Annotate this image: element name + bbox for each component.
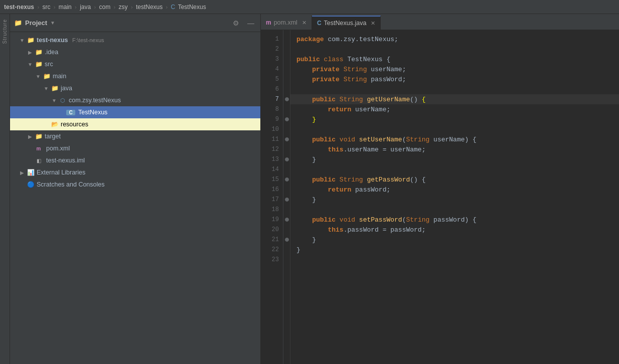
gutter-11 (283, 134, 290, 144)
sidebar-tree[interactable]: ▼ 📁 test-nexus F:\test-nexus ▶ 📁 .idea ▼ (10, 32, 260, 364)
gutter-6 (283, 84, 290, 94)
line-num-5: 5 (261, 74, 283, 84)
chevron-down-icon[interactable]: ▼ (50, 20, 55, 26)
arrow-target: ▶ (26, 134, 34, 139)
tree-label-target: target (45, 133, 256, 140)
editor-area: m pom.xml ✕ C TestNexus.java ✕ 1 2 3 4 5… (261, 14, 619, 364)
java-class-icon: C (66, 110, 75, 115)
folder-java-icon: 📁 (50, 85, 59, 92)
pom-tab-close[interactable]: ✕ (302, 20, 306, 26)
collapse-icon[interactable]: — (245, 18, 256, 28)
gutter-22 (283, 245, 290, 255)
code-line-16: return passWord; (290, 185, 619, 195)
tree-item-root[interactable]: ▼ 📁 test-nexus F:\test-nexus (10, 34, 260, 46)
code-line-1: package com.zsy.testNexus; (290, 34, 619, 44)
tree-item-external-libs[interactable]: ▶ 📊 External Libraries (10, 166, 260, 178)
line-num-10: 10 (261, 124, 283, 134)
code-line-11: public void setUserName(String userName)… (290, 134, 619, 144)
code-editor[interactable]: 1 2 3 4 5 6 7 8 9 10 11 12 13 14 15 16 1… (261, 30, 619, 364)
tree-item-java[interactable]: ▼ 📁 java (10, 82, 260, 94)
gutter-23 (283, 255, 290, 265)
code-line-9: } (290, 114, 619, 124)
code-line-15: public String getPassWord() { (290, 174, 619, 185)
folder-target-icon: 📁 (34, 133, 43, 140)
line-num-4: 4 (261, 64, 283, 74)
bc-main: main (59, 4, 72, 11)
tree-item-package[interactable]: ▼ ⬡ com.zsy.testNexus (10, 94, 260, 106)
bc-testNexus: testNexus (136, 4, 163, 11)
code-line-14 (290, 164, 619, 174)
gutter-10 (283, 124, 290, 134)
project-folder-icon: 📁 (14, 19, 22, 27)
arrow-idea: ▶ (26, 50, 34, 55)
gutter-2 (283, 44, 290, 54)
line-num-11: 11 (261, 134, 283, 144)
code-line-19: public void setPassWord(String passWord)… (290, 215, 619, 225)
bc-src: src (42, 4, 50, 11)
gutter-16 (283, 185, 290, 195)
tree-item-main[interactable]: ▼ 📁 main (10, 70, 260, 82)
folder-idea-icon: 📁 (34, 49, 43, 56)
code-line-22: } (290, 245, 619, 255)
tree-item-target[interactable]: ▶ 📁 target (10, 130, 260, 142)
tree-item-testnexus[interactable]: C TestNexus (10, 106, 260, 118)
tab-pom-xml[interactable]: m pom.xml ✕ (261, 16, 312, 30)
tree-item-idea[interactable]: ▶ 📁 .idea (10, 46, 260, 58)
code-line-2 (290, 44, 619, 54)
gutter-9 (283, 114, 290, 124)
gutter-17 (283, 195, 290, 205)
tree-item-resources[interactable]: 📂 resources (10, 118, 260, 130)
iml-icon: ◧ (34, 158, 43, 163)
bc-class: C (171, 4, 176, 11)
sidebar-header: 📁 Project ▼ ⚙ — (10, 14, 260, 32)
folder-icon: 📁 (26, 37, 35, 44)
code-line-18 (290, 205, 619, 215)
gutter-18 (283, 205, 290, 215)
code-line-20: this.passWord = passWord; (290, 225, 619, 235)
code-content[interactable]: package com.zsy.testNexus; public class … (290, 30, 619, 364)
line-num-16: 16 (261, 185, 283, 195)
sidebar-title-label: Project (25, 19, 47, 27)
pom-icon: m (34, 146, 43, 151)
code-line-10 (290, 124, 619, 134)
tab-testnexus-java[interactable]: C TestNexus.java ✕ (312, 16, 381, 30)
tree-label-scratches: Scratches and Consoles (37, 181, 256, 188)
title-bar: test-nexus › src › main › java › com › z… (0, 0, 619, 14)
arrow-main: ▼ (34, 74, 42, 79)
gutter-3 (283, 54, 290, 64)
code-line-7: public String getUserName() { (290, 94, 619, 104)
code-line-12: this.userName = userName; (290, 144, 619, 154)
tree-item-src[interactable]: ▼ 📁 src (10, 58, 260, 70)
tree-label-src: src (45, 61, 256, 68)
sidebar-title: 📁 Project ▼ (14, 19, 55, 27)
line-num-21: 21 (261, 235, 283, 245)
bc-zsy: zsy (119, 4, 128, 11)
line-num-7: 7 (261, 94, 283, 104)
tree-item-iml[interactable]: ◧ test-nexus.iml (10, 154, 260, 166)
settings-icon[interactable]: ⚙ (231, 18, 241, 28)
tree-item-scratches[interactable]: 🔵 Scratches and Consoles (10, 178, 260, 191)
bc-com: com (99, 4, 111, 11)
line-num-23: 23 (261, 255, 283, 265)
tree-item-pom[interactable]: m pom.xml (10, 142, 260, 154)
gutter-5 (283, 74, 290, 84)
gutter-19 (283, 215, 290, 225)
bc-classname: TestNexus (178, 4, 206, 11)
sidebar: 📁 Project ▼ ⚙ — ▼ 📁 test-nexus F:\test-n… (10, 14, 261, 364)
package-icon: ⬡ (58, 97, 67, 104)
sidebar-actions: ⚙ — (231, 18, 256, 28)
line-num-6: 6 (261, 84, 283, 94)
code-gutter (283, 30, 290, 364)
gutter-1 (283, 34, 290, 44)
java-tab-close[interactable]: ✕ (371, 20, 375, 27)
tree-label-testnexus: TestNexus (78, 109, 256, 116)
arrow-root: ▼ (18, 38, 26, 43)
tree-label-package: com.zsy.testNexus (69, 97, 256, 104)
arrow-java: ▼ (42, 86, 50, 91)
external-libs-icon: 📊 (26, 169, 35, 176)
tree-label-pom: pom.xml (46, 145, 256, 152)
gutter-12 (283, 144, 290, 154)
tab-bar: m pom.xml ✕ C TestNexus.java ✕ (261, 14, 619, 30)
scratches-icon: 🔵 (26, 181, 35, 188)
line-num-22: 22 (261, 245, 283, 255)
